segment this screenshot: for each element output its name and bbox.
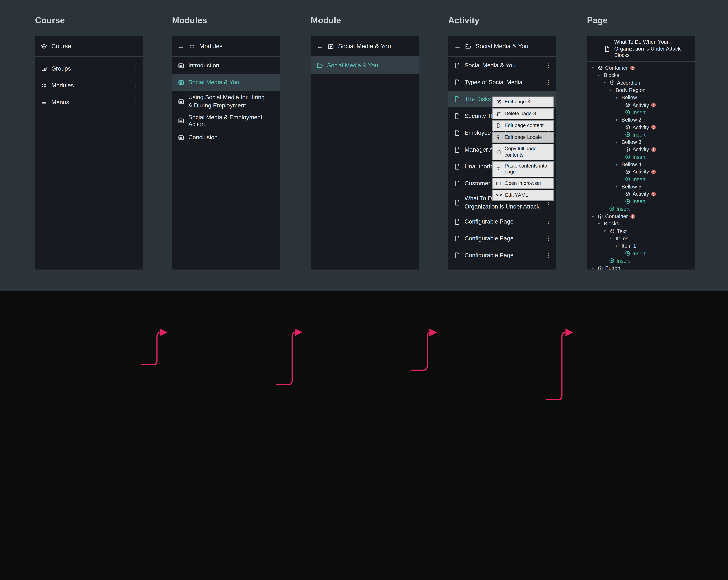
tree-row[interactable]: ▼Item 1: [615, 242, 695, 250]
back-icon[interactable]: ←: [178, 42, 185, 50]
caret-down-icon[interactable]: ▼: [592, 215, 596, 218]
tree-row[interactable]: ▼Text: [603, 227, 695, 235]
kebab-icon[interactable]: ⋮: [408, 63, 414, 68]
page-row[interactable]: Configurable Page⋮: [448, 230, 556, 247]
tree-row[interactable]: ▼Bellow 1: [615, 94, 695, 101]
activity-row-selected[interactable]: Social Media & You ⋮: [311, 57, 419, 74]
module-row[interactable]: Introduction ⋮: [172, 57, 280, 74]
cube-icon: [625, 147, 630, 152]
kebab-icon[interactable]: ⋮: [132, 83, 138, 88]
caret-down-icon[interactable]: ▼: [597, 222, 601, 225]
page-row[interactable]: Configurable Page⋮: [448, 247, 556, 263]
caret-down-icon[interactable]: ▼: [597, 74, 601, 77]
caret-down-icon[interactable]: ▼: [615, 163, 619, 166]
tree-row[interactable]: Activity: [625, 101, 695, 109]
module-row[interactable]: Conclusion ⋮: [172, 129, 280, 146]
insert-button[interactable]: Insert: [609, 205, 695, 212]
insert-button[interactable]: Insert: [625, 109, 695, 116]
tree-row[interactable]: ▼Button: [592, 264, 695, 270]
back-icon[interactable]: ←: [454, 42, 461, 50]
kebab-icon[interactable]: ⋮: [269, 80, 275, 84]
kebab-icon[interactable]: ⋮: [546, 63, 551, 68]
back-icon[interactable]: ←: [593, 44, 600, 53]
file-icon: [454, 147, 461, 153]
list-card-icon: [178, 62, 184, 69]
caret-down-icon[interactable]: ▼: [615, 141, 619, 144]
insert-button[interactable]: Insert: [609, 257, 695, 264]
old-design-section: Course Course Groups ⋮ Modules ⋮ Menus ⋮…: [0, 0, 728, 292]
tree-row[interactable]: Activity: [625, 190, 695, 198]
module-row[interactable]: Social Media & Employment Action ⋮: [172, 112, 280, 129]
page-row[interactable]: Social Media & You⋮: [448, 57, 556, 74]
caret-down-icon[interactable]: ▼: [615, 185, 619, 188]
caret-down-icon[interactable]: ▼: [615, 244, 619, 248]
tree-row[interactable]: ▼Body Region: [609, 86, 695, 94]
sidebar-item-groups[interactable]: Groups ⋮: [35, 60, 143, 77]
file-icon: [454, 130, 461, 136]
menu-item-edit-page-content[interactable]: Edit page content: [492, 120, 554, 131]
kebab-icon[interactable]: ⋮: [546, 236, 551, 241]
caret-down-icon[interactable]: ▼: [615, 118, 619, 121]
kebab-icon[interactable]: ⋮: [546, 219, 551, 224]
insert-button[interactable]: Insert: [625, 175, 695, 183]
kebab-icon[interactable]: ⋮: [269, 135, 275, 140]
kebab-icon[interactable]: ⋮: [269, 118, 275, 123]
tree-row[interactable]: ▼Items: [609, 235, 695, 242]
sidebar-item-menus[interactable]: Menus ⋮: [35, 94, 143, 110]
caret-down-icon[interactable]: ▼: [603, 230, 607, 233]
tree-row[interactable]: ▼Bellow 3: [615, 138, 695, 146]
file-icon: [454, 113, 461, 119]
modules-header[interactable]: ← Modules: [172, 36, 280, 57]
tree-row[interactable]: Activity: [625, 168, 695, 175]
kebab-icon[interactable]: ⋮: [546, 253, 551, 257]
plus-circle-icon: [609, 258, 614, 263]
activity-header[interactable]: ← Social Media & You: [448, 36, 556, 57]
kebab-icon[interactable]: ⋮: [132, 100, 138, 105]
error-icon: [651, 102, 656, 107]
menu-item-edit-page-locale[interactable]: Edit page Locale: [492, 132, 554, 143]
back-icon[interactable]: ←: [317, 42, 323, 50]
tree-row[interactable]: ▼Bellow 4: [615, 161, 695, 168]
kebab-icon[interactable]: ⋮: [132, 66, 138, 71]
tree-row[interactable]: Activity: [625, 146, 695, 153]
module-header[interactable]: ← Social Media & You: [311, 36, 419, 57]
kebab-icon[interactable]: ⋮: [546, 80, 551, 84]
tree-row[interactable]: Activity: [625, 124, 695, 131]
page-row[interactable]: Configurable Page⋮: [448, 213, 556, 230]
tree-row[interactable]: ▼Accordion: [603, 79, 695, 86]
panel-course-old: Course Groups ⋮ Modules ⋮ Menus ⋮: [35, 36, 143, 270]
caret-down-icon[interactable]: ▼: [592, 66, 596, 70]
kebab-icon[interactable]: ⋮: [269, 63, 275, 68]
caret-down-icon[interactable]: ▼: [615, 96, 619, 99]
plus-circle-icon: [625, 110, 630, 115]
menu-item-delete-page[interactable]: Delete page-3: [492, 108, 554, 119]
insert-button[interactable]: Insert: [625, 198, 695, 205]
menu-item-copy-contents[interactable]: Copy full page contents: [492, 144, 554, 160]
caret-down-icon[interactable]: ▼: [592, 267, 596, 270]
page-row[interactable]: Types of Social Media⋮: [448, 74, 556, 91]
caret-down-icon[interactable]: ▼: [609, 89, 613, 92]
tree-row[interactable]: ▼Bellow 5: [615, 183, 695, 190]
menu-item-open-browser[interactable]: Open in browser: [492, 178, 554, 189]
menu-item-edit-page[interactable]: Edit page-3: [492, 97, 554, 107]
tree-row[interactable]: ▼Bellow 2: [615, 116, 695, 124]
tree-row[interactable]: ▼Blocks: [597, 220, 695, 227]
menu-item-edit-yaml[interactable]: </>Edit YAML: [492, 190, 554, 201]
kebab-icon[interactable]: ⋮: [269, 99, 275, 104]
module-header-label: Social Media & You: [338, 43, 391, 50]
insert-button[interactable]: Insert: [625, 131, 695, 138]
tree-row[interactable]: ▼Blocks: [597, 72, 695, 79]
page-header[interactable]: ← What To Do When Your Organization is U…: [587, 36, 695, 62]
tree-row[interactable]: ▼Container: [592, 212, 695, 220]
caret-down-icon[interactable]: ▼: [603, 81, 607, 84]
menu-item-paste-contents[interactable]: Paste contents into page: [492, 161, 554, 177]
insert-button[interactable]: Insert: [625, 250, 695, 257]
sidebar-item-modules[interactable]: Modules ⋮: [35, 77, 143, 94]
insert-button[interactable]: Insert: [625, 153, 695, 161]
caret-down-icon[interactable]: ▼: [609, 237, 613, 240]
tree-row[interactable]: ▼Container: [592, 64, 695, 72]
module-row[interactable]: Using Social Media for Hiring & During E…: [172, 91, 280, 112]
course-header[interactable]: Course: [35, 36, 143, 57]
module-row-selected[interactable]: Social Media & You ⋮: [172, 74, 280, 91]
copy-icon: [496, 149, 501, 155]
